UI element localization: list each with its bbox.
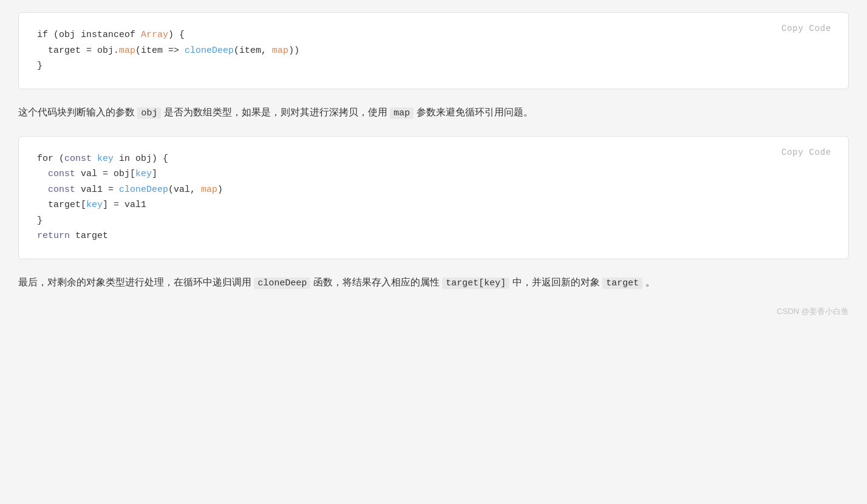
footer-credit: CSDN @姜香小白鱼 [18,306,849,317]
desc1-map-code: map [390,107,413,119]
copy-code-button-2[interactable]: Copy Code [777,145,836,160]
desc1-text-after-obj: 是否为数组类型，如果是，则对其进行深拷贝，使用 [161,107,390,117]
code-content-1: if (obj instanceof Array) { target = obj… [37,27,830,74]
copy-code-button-1[interactable]: Copy Code [777,21,836,36]
code-content-2: for (const key in obj) { const val = obj… [37,151,830,244]
description-2: 最后，对剩余的对象类型进行处理，在循环中递归调用 cloneDeep 函数，将结… [18,274,849,291]
desc1-obj-code: obj [137,107,161,119]
desc2-text-final: 。 [642,277,654,287]
desc1-text-end: 参数来避免循环引用问题。 [413,107,532,117]
desc2-text-after-clonedeep: 函数，将结果存入相应的属性 [310,277,442,287]
code-block-2: Copy Code for (const key in obj) { const… [18,136,849,259]
description-1: 这个代码块判断输入的参数 obj 是否为数组类型，如果是，则对其进行深拷贝，使用… [18,104,849,121]
desc1-text-before-obj: 这个代码块判断输入的参数 [18,107,137,117]
desc2-clonedeep-code: cloneDeep [254,278,310,289]
desc2-text-before-clonedeep: 最后，对剩余的对象类型进行处理，在循环中递归调用 [18,277,254,287]
desc2-text-end: 中，并返回新的对象 [509,277,602,287]
desc2-target-code: target [602,278,642,289]
desc2-targetkey-code: target[key] [442,278,509,289]
code-block-1: Copy Code if (obj instanceof Array) { ta… [18,12,849,89]
